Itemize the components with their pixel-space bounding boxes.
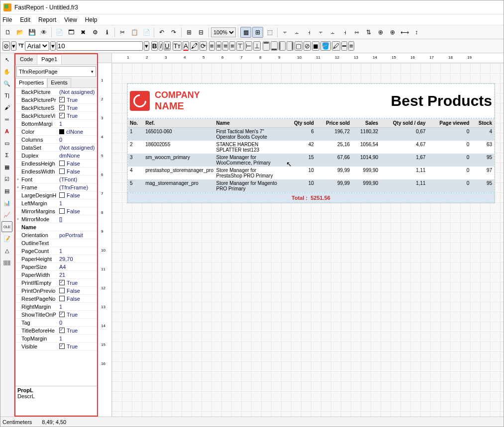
preview-button[interactable]: 👁: [38, 27, 49, 38]
property-row[interactable]: DuplexdmNone: [15, 152, 97, 160]
border-color-button[interactable]: 🖊: [332, 41, 340, 51]
copy-button[interactable]: 📋: [129, 27, 140, 38]
checkbox-icon[interactable]: [59, 296, 65, 301]
property-value[interactable]: True: [59, 113, 97, 119]
border-shadow-button[interactable]: ◼: [312, 41, 319, 51]
column-header[interactable]: Name: [214, 119, 285, 128]
subreport-tool[interactable]: ▦: [1, 162, 12, 172]
property-row[interactable]: OutlineText: [15, 239, 97, 247]
text-right-button[interactable]: ≡: [222, 41, 228, 51]
table-row[interactable]: 3sm_woocm_primaryStore Manager for WooCo…: [128, 154, 494, 167]
tab-page1[interactable]: Page1: [37, 54, 62, 65]
border-bottom-button[interactable]: ▁: [271, 41, 278, 51]
select-tool[interactable]: ↖: [1, 54, 12, 65]
property-value[interactable]: True: [59, 105, 97, 111]
delete-page-button[interactable]: ✖: [78, 27, 89, 38]
property-value[interactable]: False: [59, 192, 97, 198]
shape-tool[interactable]: △: [1, 245, 12, 256]
property-row[interactable]: +MirrorMode[]: [15, 215, 97, 223]
align-middle-button[interactable]: ⫠: [327, 27, 338, 38]
property-row[interactable]: BackPictureSTrue: [15, 104, 97, 112]
font-settings-button[interactable]: Tт: [173, 41, 182, 51]
menu-report[interactable]: Report: [38, 16, 56, 23]
text-center-button[interactable]: ≡: [216, 41, 222, 51]
menu-view[interactable]: View: [64, 16, 77, 23]
property-row[interactable]: PageCount1: [15, 247, 97, 255]
checkbox-icon[interactable]: [59, 113, 65, 118]
column-header-band[interactable]: No.Ref.NameQty soldPrice soldSalesQty so…: [127, 118, 495, 193]
property-value[interactable]: (TFont): [59, 176, 97, 182]
cut-button[interactable]: ✂: [117, 27, 128, 38]
property-row[interactable]: DataSet(Not assigned): [15, 144, 97, 152]
redo-button[interactable]: ↷: [168, 27, 179, 38]
property-value[interactable]: 1: [59, 200, 97, 206]
property-row[interactable]: ColorclNone: [15, 128, 97, 136]
property-row[interactable]: BackPicturePrTrue: [15, 96, 97, 104]
property-row[interactable]: PaperSizeA4: [15, 263, 97, 271]
report-title-band[interactable]: COMPANY NAME Best Products: [127, 84, 495, 118]
rich-tool[interactable]: 📝: [1, 233, 12, 244]
property-row[interactable]: BackPictureViTrue: [15, 112, 97, 120]
property-value[interactable]: (Not assigned): [59, 145, 97, 151]
same-height-button[interactable]: ↕: [411, 27, 422, 38]
align-right-button[interactable]: ⫞: [303, 27, 314, 38]
checkbox-tool[interactable]: ☑: [1, 173, 12, 184]
property-value[interactable]: A4: [59, 264, 97, 270]
paste-button[interactable]: 📄: [141, 27, 152, 38]
menu-edit[interactable]: Edit: [20, 16, 30, 23]
column-header[interactable]: Qty sold / day: [380, 119, 427, 128]
table-row[interactable]: 5mag_storemanager_proStore Manager for M…: [128, 179, 494, 192]
property-row[interactable]: PrintIfEmptyTrue: [15, 279, 97, 287]
property-value[interactable]: 0: [59, 137, 97, 143]
table-row[interactable]: 1165010-060First Tactical Men's 7" Opera…: [128, 128, 494, 141]
align-center-button[interactable]: ⫠: [292, 27, 302, 38]
property-value[interactable]: clNone: [59, 129, 97, 135]
property-value[interactable]: 1: [59, 248, 97, 254]
chart-tool[interactable]: 📈: [1, 209, 12, 220]
footer-band[interactable]: Total : 5251.56: [127, 193, 495, 203]
checkbox-icon[interactable]: [59, 280, 65, 285]
group-button[interactable]: ⊞: [184, 27, 195, 38]
new-dialog-button[interactable]: 🗔: [66, 27, 77, 38]
property-row[interactable]: BottomMargi1: [15, 120, 97, 128]
new-button[interactable]: 🗋: [2, 27, 13, 38]
company-logo-icon[interactable]: [130, 91, 150, 111]
property-value[interactable]: poPortrait: [59, 232, 97, 238]
open-button[interactable]: 📂: [14, 27, 25, 38]
text-object-tool[interactable]: A: [1, 126, 12, 137]
zoom-tool[interactable]: 🔍: [1, 78, 12, 89]
memo-tool[interactable]: ▭: [1, 138, 12, 149]
property-row[interactable]: RightMargin1: [15, 303, 97, 311]
border-none-button[interactable]: ⊘: [303, 41, 311, 51]
property-row[interactable]: PaperWidth21: [15, 271, 97, 279]
property-value[interactable]: []: [59, 216, 97, 222]
ole-tool[interactable]: OLE: [1, 221, 12, 232]
property-row[interactable]: LeftMargin1: [15, 199, 97, 207]
property-row[interactable]: ResetPageNoFalse: [15, 295, 97, 303]
italic-button[interactable]: I: [159, 41, 163, 51]
properties-grid[interactable]: BackPicture(Not assigned)BackPicturePrTr…: [15, 88, 97, 386]
border-left-button[interactable]: ▏: [279, 41, 286, 51]
border-width-button[interactable]: ≡: [348, 41, 354, 51]
checkbox-icon[interactable]: [59, 97, 65, 102]
expand-icon[interactable]: +: [15, 217, 20, 222]
gradient-tool[interactable]: 📊: [1, 197, 12, 208]
property-row[interactable]: VisibleTrue: [15, 342, 97, 350]
report-page[interactable]: COMPANY NAME Best Products No.Ref.NameQt…: [127, 83, 495, 203]
new-page-button[interactable]: 📄: [54, 27, 65, 38]
property-row[interactable]: ShowTitleOnPTrue: [15, 311, 97, 319]
border-top-button[interactable]: ▔: [263, 41, 270, 51]
property-row[interactable]: BackPicture(Not assigned): [15, 88, 97, 96]
table-row[interactable]: 4prestashop_storemanager_proStore Manage…: [128, 167, 494, 179]
property-value[interactable]: (Not assigned): [59, 89, 97, 95]
border-all-button[interactable]: ▢: [295, 41, 302, 51]
property-row[interactable]: +Font(TFont): [15, 175, 97, 183]
property-row[interactable]: PrintOnPrevioFalse: [15, 287, 97, 295]
column-header[interactable]: No.: [128, 119, 143, 128]
checkbox-icon[interactable]: [59, 328, 65, 333]
tab-events[interactable]: Events: [47, 78, 71, 87]
checkbox-icon[interactable]: [59, 208, 65, 214]
property-value[interactable]: False: [59, 169, 97, 174]
property-value[interactable]: False: [59, 296, 97, 302]
ungroup-button[interactable]: ⊟: [196, 27, 206, 38]
